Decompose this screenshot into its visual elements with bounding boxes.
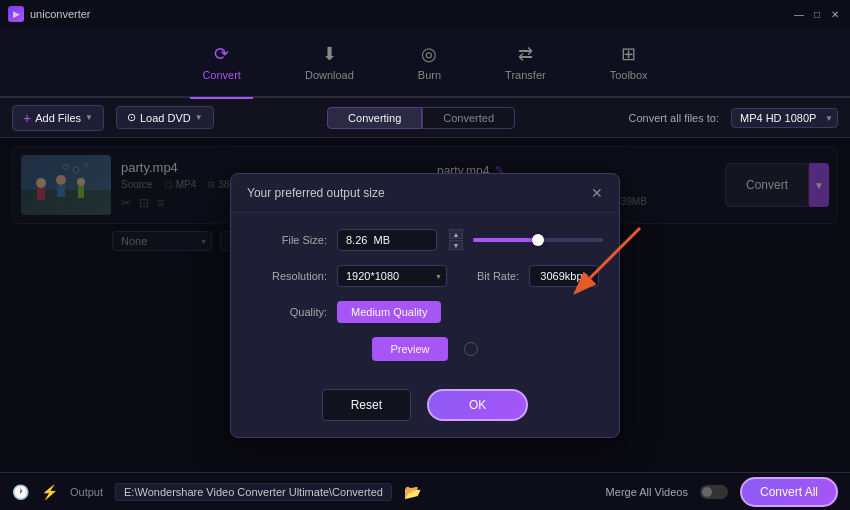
- nav-burn-label: Burn: [418, 69, 441, 81]
- open-folder-icon[interactable]: 📂: [404, 484, 421, 500]
- toggle-thumb: [702, 487, 712, 497]
- convert-all-button[interactable]: Convert All: [740, 477, 838, 507]
- nav-item-toolbox[interactable]: ⊞ Toolbox: [598, 35, 660, 89]
- plus-icon: +: [23, 110, 31, 126]
- file-size-row: File Size: ▲ ▼: [247, 229, 603, 251]
- nav-item-download[interactable]: ⬇ Download: [293, 35, 366, 89]
- convert-nav-icon: ⟳: [214, 43, 229, 65]
- slider-track: [473, 238, 538, 242]
- output-path: E:\Wondershare Video Converter Ultimate\…: [115, 483, 392, 501]
- dialog-output-size: Your preferred output size ✕ File Size: …: [230, 173, 620, 438]
- toolbox-nav-icon: ⊞: [621, 43, 636, 65]
- tab-converting[interactable]: Converting: [327, 107, 422, 129]
- download-nav-icon: ⬇: [322, 43, 337, 65]
- title-bar-left: ▶ uniconverter: [8, 6, 91, 22]
- load-dvd-button[interactable]: ⊙ Load DVD ▼: [116, 106, 214, 129]
- add-files-label: Add Files: [35, 112, 81, 124]
- merge-toggle[interactable]: [700, 485, 728, 499]
- quality-button[interactable]: Medium Quality: [337, 301, 441, 323]
- title-bar-controls: — □ ✕: [792, 7, 842, 21]
- nav-bar: ⟳ Convert ⬇ Download ◎ Burn ⇄ Transfer ⊞…: [0, 28, 850, 98]
- resolution-label: Resolution:: [247, 270, 327, 282]
- quality-row: Quality: Medium Quality: [247, 301, 603, 323]
- dialog-body: File Size: ▲ ▼ Resolution:: [231, 213, 619, 377]
- resolution-row: Resolution: 1920*1080 Bit Rate: 3069kbps: [247, 265, 603, 287]
- dialog-overlay: Your preferred output size ✕ File Size: …: [0, 138, 850, 472]
- merge-label: Merge All Videos: [606, 486, 688, 498]
- slider-thumb: [532, 234, 544, 246]
- load-dvd-label: Load DVD: [140, 112, 191, 124]
- dialog-close-button[interactable]: ✕: [591, 186, 603, 200]
- add-files-dropdown-icon: ▼: [85, 113, 93, 122]
- dialog-title: Your preferred output size: [247, 186, 385, 200]
- file-size-slider[interactable]: [473, 238, 603, 242]
- file-size-label: File Size:: [247, 234, 327, 246]
- add-files-button[interactable]: + Add Files ▼: [12, 105, 104, 131]
- burn-nav-icon: ◎: [421, 43, 437, 65]
- preview-button[interactable]: Preview: [372, 337, 447, 361]
- nav-convert-label: Convert: [202, 69, 241, 81]
- output-label: Output: [70, 486, 103, 498]
- resolution-select[interactable]: 1920*1080: [337, 265, 447, 287]
- nav-toolbox-label: Toolbox: [610, 69, 648, 81]
- tab-converted[interactable]: Converted: [422, 107, 515, 129]
- title-bar: ▶ uniconverter — □ ✕: [0, 0, 850, 28]
- dialog-footer: Reset OK: [231, 377, 619, 437]
- tabs-container: Converting Converted: [226, 107, 617, 129]
- resolution-select-wrapper: 1920*1080: [337, 265, 447, 287]
- flash-icon[interactable]: ⚡: [41, 484, 58, 500]
- quality-label: Quality:: [247, 306, 327, 318]
- convert-all-format-wrapper: MP4 HD 1080P: [731, 108, 838, 128]
- main-content: party.mp4 Source ▢ MP4 ⊡ 3840*2160 ○ 00:…: [0, 138, 850, 472]
- convert-all-label: Convert all files to:: [629, 112, 719, 124]
- bottom-bar: 🕐 ⚡ Output E:\Wondershare Video Converte…: [0, 472, 850, 510]
- bitrate-label: Bit Rate:: [477, 270, 519, 282]
- nav-transfer-label: Transfer: [505, 69, 546, 81]
- schedule-icon[interactable]: 🕐: [12, 484, 29, 500]
- toolbar: + Add Files ▼ ⊙ Load DVD ▼ Converting Co…: [0, 98, 850, 138]
- nav-item-transfer[interactable]: ⇄ Transfer: [493, 35, 558, 89]
- nav-item-burn[interactable]: ◎ Burn: [406, 35, 453, 89]
- close-button[interactable]: ✕: [828, 7, 842, 21]
- slider-container: [473, 238, 603, 242]
- transfer-nav-icon: ⇄: [518, 43, 533, 65]
- load-dvd-dropdown-icon: ▼: [195, 113, 203, 122]
- app-title: uniconverter: [30, 8, 91, 20]
- dvd-icon: ⊙: [127, 111, 136, 124]
- convert-all-format-select[interactable]: MP4 HD 1080P: [731, 108, 838, 128]
- reset-button[interactable]: Reset: [322, 389, 411, 421]
- ok-button[interactable]: OK: [427, 389, 528, 421]
- nav-item-convert[interactable]: ⟳ Convert: [190, 35, 253, 89]
- minimize-button[interactable]: —: [792, 7, 806, 21]
- dialog-header: Your preferred output size ✕: [231, 174, 619, 213]
- file-size-stepper: ▲ ▼: [449, 229, 463, 250]
- file-size-up[interactable]: ▲: [449, 229, 463, 239]
- nav-download-label: Download: [305, 69, 354, 81]
- preview-row: Preview: [247, 337, 603, 361]
- app-icon: ▶: [8, 6, 24, 22]
- file-size-down[interactable]: ▼: [449, 240, 463, 250]
- bitrate-value: 3069kbps: [529, 265, 599, 287]
- preview-circle-icon: [464, 342, 478, 356]
- file-size-input[interactable]: [337, 229, 437, 251]
- maximize-button[interactable]: □: [810, 7, 824, 21]
